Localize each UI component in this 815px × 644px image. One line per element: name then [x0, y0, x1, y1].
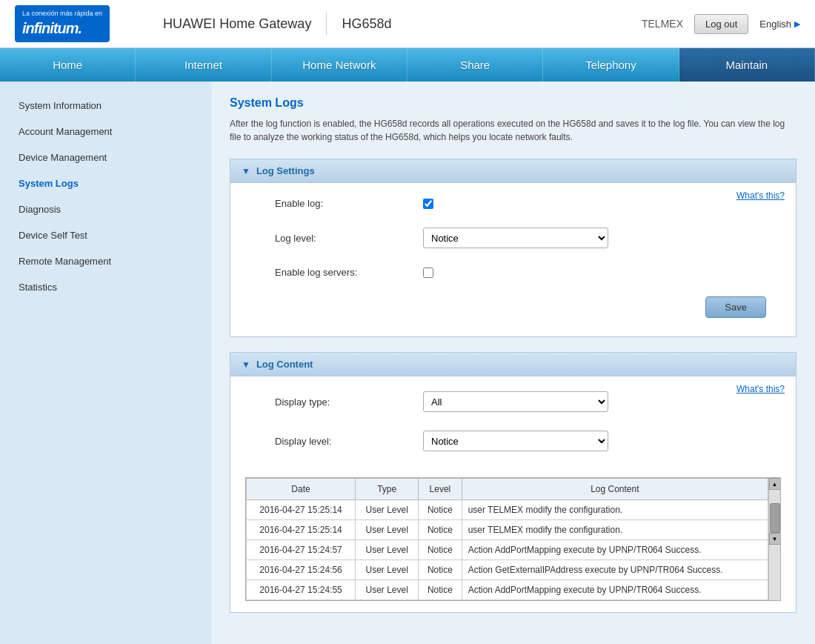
nav-item-home[interactable]: Home	[0, 48, 136, 82]
sidebar-label-diagnosis: Diagnosis	[19, 204, 61, 215]
cell-type: User Level	[356, 560, 419, 580]
header-right: TELMEX Log out English ▶	[642, 14, 800, 34]
user-label: TELMEX	[642, 18, 683, 30]
log-level-control: Emergency Alert Critical Error Warning N…	[423, 228, 608, 248]
sidebar-item-account-management[interactable]: Account Management	[0, 119, 211, 145]
sidebar-item-device-self-test[interactable]: Device Self Test	[0, 222, 211, 248]
cell-date: 2016-04-27 15:24:56	[247, 560, 356, 580]
sidebar-label-account-management: Account Management	[19, 126, 112, 137]
table-header-level: Level	[419, 479, 462, 500]
display-level-row: Display level: Emergency Alert Critical …	[245, 427, 781, 455]
enable-log-servers-control	[423, 268, 433, 278]
log-table-scrollbar[interactable]: ▲ ▼	[768, 478, 780, 600]
table-row: 2016-04-27 15:25:14User LevelNoticeuser …	[247, 520, 768, 540]
sidebar-label-statistics: Statistics	[19, 282, 57, 293]
table-row: 2016-04-27 15:24:57User LevelNoticeActio…	[247, 540, 768, 560]
sidebar-label-system-logs: System Logs	[19, 178, 79, 189]
log-content-whats-this[interactable]: What's this?	[736, 384, 785, 394]
log-level-label: Log level:	[275, 233, 423, 244]
nav-maintain-label: Maintain	[725, 59, 768, 71]
sidebar-item-diagnosis[interactable]: Diagnosis	[0, 196, 211, 222]
log-level-select[interactable]: Emergency Alert Critical Error Warning N…	[423, 228, 608, 248]
sidebar-label-device-self-test: Device Self Test	[19, 230, 87, 241]
display-type-label: Display type:	[275, 396, 423, 408]
nav-share-label: Share	[460, 59, 490, 71]
scrollbar-up-icon[interactable]: ▲	[769, 478, 781, 490]
scrollbar-thumb[interactable]	[770, 503, 780, 533]
gateway-name: HUAWEI Home Gateway	[163, 16, 311, 32]
table-header-type: Type	[356, 479, 419, 500]
nav-item-internet[interactable]: Internet	[136, 48, 271, 82]
header-title: HUAWEI Home Gateway HG658d	[163, 13, 642, 35]
enable-log-servers-row: Enable log servers:	[245, 263, 781, 282]
enable-log-row: Enable log:	[245, 194, 781, 213]
log-settings-arrow-icon: ▼	[242, 166, 250, 176]
sidebar-item-device-management[interactable]: Device Management	[0, 145, 211, 170]
sidebar-item-system-information[interactable]: System Information	[0, 93, 211, 119]
display-type-row: Display type: All User Level System	[245, 388, 781, 416]
nav-internet-label: Internet	[184, 59, 222, 71]
language-selector[interactable]: English ▶	[759, 19, 800, 30]
nav-home-network-label: Home Network	[302, 59, 376, 71]
log-settings-content: What's this? Enable log: Log level: Emer…	[230, 183, 796, 336]
sidebar-item-remote-management[interactable]: Remote Management	[0, 248, 211, 274]
nav-item-share[interactable]: Share	[408, 48, 543, 82]
page-description: After the log function is enabled, the H…	[230, 117, 796, 144]
logo-area: La conexión más rápida en infinitum.	[15, 5, 163, 42]
nav-item-home-network[interactable]: Home Network	[272, 48, 408, 82]
sidebar-item-statistics[interactable]: Statistics	[0, 274, 211, 300]
main-container: System Information Account Management De…	[0, 82, 815, 644]
nav-telephony-label: Telephony	[585, 59, 636, 71]
table-row: 2016-04-27 15:24:56User LevelNoticeActio…	[247, 560, 768, 580]
enable-log-servers-label: Enable log servers:	[275, 267, 423, 278]
content-area: System Logs After the log function is en…	[211, 82, 815, 644]
enable-log-checkbox[interactable]	[423, 199, 433, 209]
sidebar: System Information Account Management De…	[0, 82, 211, 644]
enable-log-label: Enable log:	[275, 198, 423, 209]
cell-level: Notice	[419, 540, 462, 560]
table-header-date: Date	[247, 479, 356, 500]
log-settings-whats-this[interactable]: What's this?	[736, 190, 785, 201]
log-settings-header: ▼ Log Settings	[230, 159, 796, 183]
sidebar-item-system-logs[interactable]: System Logs	[0, 170, 211, 196]
logo-box: La conexión más rápida en infinitum.	[15, 5, 110, 42]
language-arrow-icon: ▶	[794, 19, 800, 29]
logout-button[interactable]: Log out	[694, 14, 748, 34]
log-settings-section: ▼ Log Settings What's this? Enable log: …	[230, 159, 796, 337]
display-type-select[interactable]: All User Level System	[423, 391, 608, 412]
language-label: English	[759, 19, 791, 30]
enable-log-control	[423, 199, 433, 209]
nav-item-maintain[interactable]: Maintain	[679, 48, 815, 82]
sidebar-label-remote-management: Remote Management	[19, 256, 111, 267]
log-settings-title: Log Settings	[256, 165, 315, 176]
logo-brand: infinitum.	[22, 19, 102, 38]
display-type-control: All User Level System	[423, 391, 608, 412]
log-content-body: What's this? Display type: All User Leve…	[230, 376, 796, 477]
log-table: Date Type Level Log Content 2016-04-27 1…	[246, 478, 768, 600]
scrollbar-down-icon[interactable]: ▼	[769, 533, 781, 545]
cell-level: Notice	[419, 580, 462, 600]
display-level-select[interactable]: Emergency Alert Critical Error Warning N…	[423, 431, 608, 451]
nav-item-telephony[interactable]: Telephony	[543, 48, 679, 82]
cell-date: 2016-04-27 15:24:55	[247, 580, 356, 600]
cell-date: 2016-04-27 15:25:14	[247, 520, 356, 540]
cell-date: 2016-04-27 15:24:57	[247, 540, 356, 560]
logo-top-text: La conexión más rápida en	[22, 10, 102, 19]
table-header-log-content: Log Content	[462, 479, 768, 500]
header: La conexión más rápida en infinitum. HUA…	[0, 0, 815, 48]
save-button[interactable]: Save	[705, 296, 766, 318]
cell-type: User Level	[356, 540, 419, 560]
cell-type: User Level	[356, 500, 419, 520]
cell-type: User Level	[356, 580, 419, 600]
cell-log-content: user TELMEX modify the configuration.	[462, 500, 768, 520]
sidebar-label-device-management: Device Management	[19, 152, 107, 163]
cell-log-content: Action GetExternalIPAddress execute by U…	[462, 560, 768, 580]
save-row: Save	[245, 293, 781, 325]
cell-log-content: Action AddPortMapping execute by UPNP/TR…	[462, 580, 768, 600]
header-divider	[326, 13, 327, 35]
log-content-section: ▼ Log Content What's this? Display type:…	[230, 352, 796, 613]
log-content-header: ▼ Log Content	[230, 353, 796, 376]
cell-type: User Level	[356, 520, 419, 540]
cell-log-content: Action AddPortMapping execute by UPNP/TR…	[462, 540, 768, 560]
enable-log-servers-checkbox[interactable]	[423, 268, 433, 278]
